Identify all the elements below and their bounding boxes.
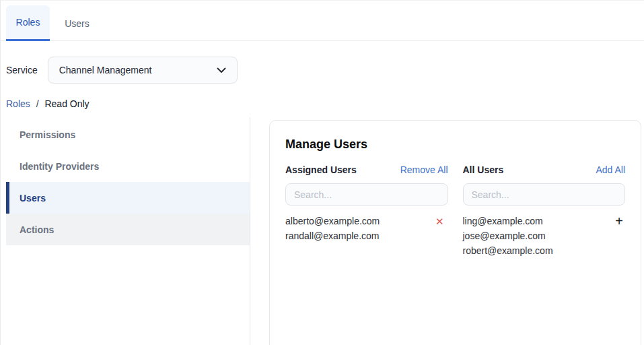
user-email: jose@example.com [463, 230, 546, 241]
breadcrumb-roles-link[interactable]: Roles [6, 98, 30, 109]
remove-user-icon[interactable]: ✕ [435, 216, 444, 226]
tab-users-label: Users [65, 18, 90, 29]
sidebar-item-actions[interactable]: Actions [6, 214, 250, 245]
user-email: robert@example.com [463, 245, 553, 256]
breadcrumb-current: Read Only [44, 98, 89, 109]
role-sidebar: Permissions Identity Providers Users Act… [1, 117, 250, 345]
service-select-value: Channel Management [59, 65, 217, 75]
tab-roles[interactable]: Roles [6, 5, 50, 41]
assigned-users-search-input[interactable] [285, 183, 448, 206]
sidebar-item-permissions[interactable]: Permissions [6, 119, 250, 150]
sidebar-item-label: Identity Providers [20, 161, 99, 172]
user-email: randall@example.com [285, 230, 380, 241]
user-email: alberto@example.com [285, 216, 380, 226]
service-row: Service Channel Management [6, 57, 644, 84]
add-user-icon[interactable]: + [615, 214, 623, 228]
assigned-users-heading: Assigned Users [285, 164, 357, 175]
assigned-users-header: Assigned Users Remove All [285, 163, 448, 177]
list-item: ling@example.com + [463, 214, 626, 228]
manage-users-panel: Manage Users Assigned Users Remove All a… [269, 120, 641, 345]
content-area: Permissions Identity Providers Users Act… [1, 117, 644, 345]
sidebar-item-users[interactable]: Users [6, 182, 250, 214]
user-email: ling@example.com [463, 216, 543, 226]
assigned-users-list: alberto@example.com ✕ randall@example.co… [285, 214, 448, 243]
list-item: randall@example.com [285, 228, 448, 243]
tab-users[interactable]: Users [55, 5, 99, 41]
remove-all-button[interactable]: Remove All [400, 164, 448, 175]
list-item: robert@example.com [463, 243, 626, 258]
list-item: alberto@example.com ✕ [285, 214, 448, 228]
page-title: Manage Users [285, 137, 625, 152]
list-item: jose@example.com [463, 228, 626, 243]
all-users-list: ling@example.com + jose@example.com robe… [463, 214, 626, 258]
all-users-search-input[interactable] [463, 183, 626, 206]
sidebar-item-label: Users [20, 193, 46, 203]
tab-roles-label: Roles [16, 17, 40, 28]
chevron-down-icon [217, 65, 226, 75]
sidebar-item-label: Permissions [20, 129, 75, 140]
add-all-button[interactable]: Add All [596, 164, 625, 175]
assigned-users-column: Assigned Users Remove All alberto@exampl… [285, 163, 448, 258]
top-tab-bar: Roles Users [1, 1, 644, 41]
user-columns: Assigned Users Remove All alberto@exampl… [285, 163, 625, 258]
all-users-header: All Users Add All [463, 163, 626, 177]
all-users-heading: All Users [463, 164, 504, 175]
breadcrumb: Roles / Read Only [6, 97, 644, 111]
breadcrumb-separator: / [36, 98, 39, 109]
sidebar-item-identity-providers[interactable]: Identity Providers [6, 150, 250, 182]
service-label: Service [6, 65, 38, 75]
sidebar-item-label: Actions [20, 224, 54, 235]
service-select[interactable]: Channel Management [48, 57, 238, 84]
all-users-column: All Users Add All ling@example.com + jos… [463, 163, 626, 258]
app-window: Roles Users Service Channel Management R… [0, 0, 644, 345]
